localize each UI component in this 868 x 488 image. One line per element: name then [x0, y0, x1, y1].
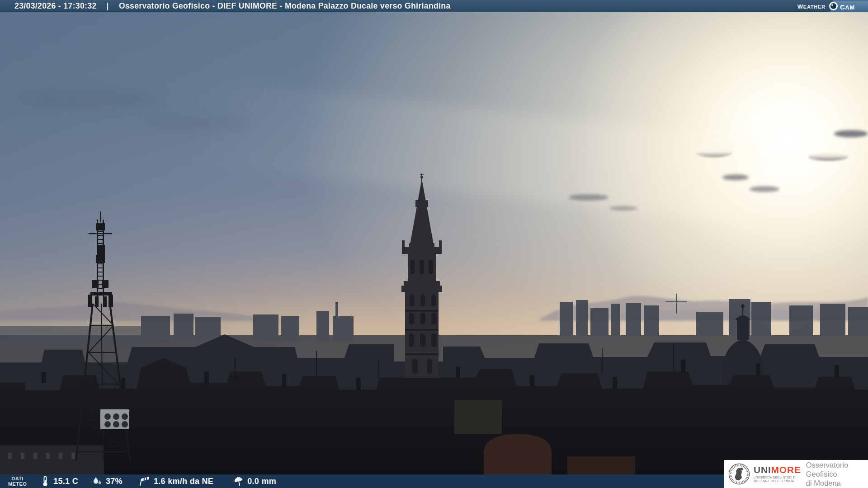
wordmark-more: MORE — [771, 465, 801, 475]
thermometer-icon — [40, 476, 50, 487]
humidity-value: 37% — [106, 477, 123, 486]
wind-reading: 1.6 km/h da NE — [138, 476, 213, 487]
windsock-icon — [138, 476, 151, 487]
camera-title: Osservatorio Geofisico - DIEF UNIMORE - … — [119, 1, 451, 11]
humidity-reading: 37% — [92, 476, 123, 487]
weathercam-logo: Weather Cam — [797, 0, 868, 12]
unimore-seal-icon — [728, 463, 750, 485]
temperature-value: 15.1 C — [53, 477, 78, 486]
top-info-bar: 23/03/2026 - 17:30:32 | Osservatorio Geo… — [0, 0, 868, 12]
observatory-name: Osservatorio Geofisico di Modena — [806, 460, 868, 488]
meteo-label: DATI METEO — [8, 476, 27, 487]
webcam-page: 23/03/2026 - 17:30:32 | Osservatorio Geo… — [0, 0, 868, 488]
camera-lens-icon — [829, 2, 838, 10]
droplets-icon — [92, 476, 103, 487]
temperature-reading: 15.1 C — [40, 476, 78, 487]
cam-wordmark: Cam — [840, 0, 855, 12]
unimore-branding-box: UNIMORE UNIVERSITÀ DEGLI STUDI DI MODENA… — [724, 460, 868, 488]
webcam-photo — [0, 0, 868, 488]
umbrella-icon — [233, 476, 244, 487]
separator: | — [107, 1, 109, 11]
university-name: UNIVERSITÀ DEGLI STUDI DI MODENA E REGGI… — [754, 476, 801, 483]
rain-value: 0.0 mm — [247, 477, 276, 486]
wordmark-uni: UNI — [754, 465, 771, 475]
city-skyline-scene — [0, 0, 868, 488]
weather-wordmark: Weather — [797, 1, 826, 11]
wind-value: 1.6 km/h da NE — [154, 477, 213, 486]
unimore-wordmark: UNIMORE UNIVERSITÀ DEGLI STUDI DI MODENA… — [754, 465, 801, 483]
datetime-text: 23/03/2026 - 17:30:32 — [14, 1, 97, 11]
rain-reading: 0.0 mm — [233, 476, 276, 487]
weathercam-badge: Cam — [829, 0, 868, 12]
